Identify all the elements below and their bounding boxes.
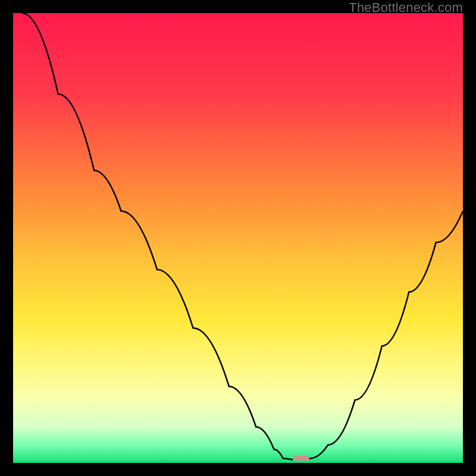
gradient-background bbox=[13, 13, 463, 463]
bottleneck-chart bbox=[13, 13, 463, 463]
watermark-text: TheBottleneck.com bbox=[349, 0, 463, 15]
plot-area bbox=[13, 13, 463, 463]
chart-frame bbox=[13, 13, 463, 463]
